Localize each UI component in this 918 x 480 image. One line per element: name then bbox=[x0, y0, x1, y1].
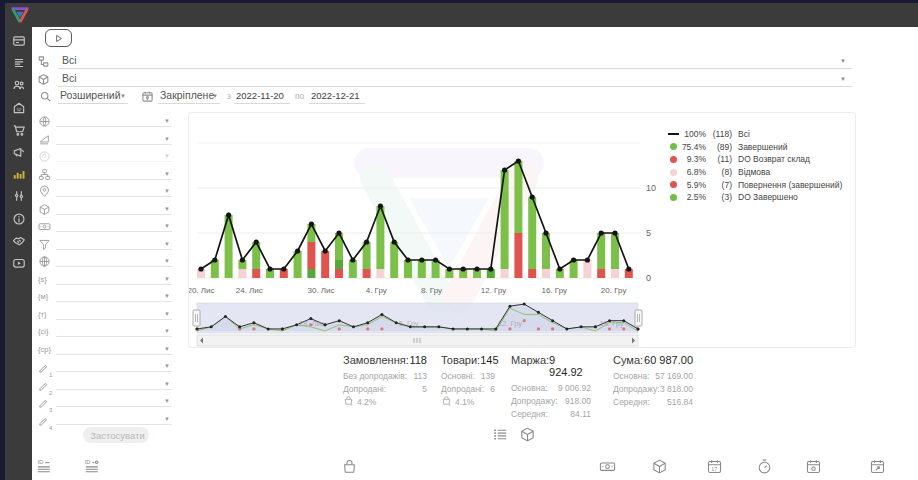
filter-row-pencil1[interactable]: 1▼ bbox=[36, 359, 176, 375]
total-line-marker[interactable] bbox=[626, 266, 631, 271]
filter-row-utm-t[interactable]: {т}▼ bbox=[36, 307, 176, 323]
filter-row-slope[interactable]: ▼ bbox=[36, 132, 176, 148]
total-line-marker[interactable] bbox=[226, 212, 231, 217]
search-mode-select[interactable]: Розширений ▼ bbox=[58, 88, 128, 104]
column-bag-icon[interactable] bbox=[341, 458, 358, 475]
total-line-marker[interactable] bbox=[323, 248, 328, 253]
filter-row-pencil4[interactable]: 4▼ bbox=[36, 412, 176, 428]
total-line-marker[interactable] bbox=[585, 257, 590, 262]
sidebar-item-analytics[interactable] bbox=[12, 167, 26, 181]
date-to-input[interactable]: 2022-12-21 bbox=[309, 88, 365, 104]
total-line-marker[interactable] bbox=[295, 248, 300, 253]
sidebar-item-announce[interactable] bbox=[12, 145, 26, 159]
total-line-marker[interactable] bbox=[474, 266, 479, 271]
sidebar-item-partners[interactable] bbox=[12, 234, 26, 248]
filter-row-pencil3[interactable]: 3▼ bbox=[36, 394, 176, 410]
sidebar-item-settings-sliders[interactable] bbox=[12, 189, 26, 203]
legend-item[interactable]: 75.4%(89)Завершений bbox=[667, 141, 842, 154]
bar-segment[interactable] bbox=[321, 251, 329, 278]
column-banknote-icon[interactable] bbox=[599, 458, 616, 475]
total-line-marker[interactable] bbox=[378, 203, 383, 208]
column-calendar-date-icon[interactable]: 17 bbox=[706, 458, 723, 475]
bar-segment[interactable] bbox=[252, 269, 260, 278]
app-logo-icon[interactable] bbox=[9, 4, 31, 26]
date-from-input[interactable]: 2022-11-20 bbox=[234, 88, 290, 104]
source-filter-select[interactable]: Всі ▼ bbox=[58, 52, 852, 69]
total-line-marker[interactable] bbox=[612, 230, 617, 235]
legend-item[interactable]: 5.9%(7)Повернення (завершений) bbox=[667, 178, 842, 191]
bar-segment[interactable] bbox=[514, 233, 522, 278]
total-line-marker[interactable] bbox=[530, 194, 535, 199]
filter-row-help[interactable]: ▼ bbox=[36, 149, 176, 165]
filter-row-utm-s[interactable]: {s}▼ bbox=[36, 272, 176, 288]
total-line-marker[interactable] bbox=[488, 266, 493, 271]
total-line-marker[interactable] bbox=[599, 230, 604, 235]
total-line-marker[interactable] bbox=[392, 239, 397, 244]
sidebar-item-store[interactable] bbox=[12, 101, 26, 115]
filter-row-globe[interactable]: ▼ bbox=[36, 254, 176, 270]
tutorial-video-button[interactable] bbox=[45, 29, 72, 47]
total-line-marker[interactable] bbox=[364, 239, 369, 244]
sidebar-item-customers[interactable] bbox=[12, 78, 26, 92]
total-line-marker[interactable] bbox=[516, 158, 521, 163]
filter-row-utm-cr[interactable]: {cр}▼ bbox=[36, 342, 176, 358]
bar-segment[interactable] bbox=[528, 269, 536, 278]
bar-segment[interactable] bbox=[335, 260, 343, 269]
navigator-left-handle[interactable] bbox=[193, 310, 200, 326]
bar-segment[interactable] bbox=[542, 269, 550, 278]
filter-row-world[interactable]: ▼ bbox=[36, 114, 176, 130]
sidebar-item-info[interactable] bbox=[12, 212, 26, 226]
total-line-marker[interactable] bbox=[336, 230, 341, 235]
bar-segment[interactable] bbox=[501, 269, 509, 278]
chart-scrollbar[interactable] bbox=[197, 335, 638, 346]
column-id-rows-icon[interactable]: ID bbox=[36, 458, 53, 475]
apply-filters-button[interactable]: Застосувати bbox=[83, 427, 149, 443]
column-calendar-export-icon[interactable] bbox=[869, 458, 886, 475]
filter-row-funnel[interactable]: ▼ bbox=[36, 237, 176, 253]
legend-item[interactable]: 100%(118)Всі bbox=[667, 128, 842, 141]
total-line-marker[interactable] bbox=[557, 266, 562, 271]
bar-segment[interactable] bbox=[376, 269, 384, 278]
toggle-products-view[interactable] bbox=[519, 426, 536, 443]
bar-segment[interactable] bbox=[418, 260, 426, 278]
bar-segment[interactable] bbox=[390, 242, 398, 278]
bar-segment[interactable] bbox=[363, 269, 371, 278]
sidebar-item-cart[interactable] bbox=[12, 123, 26, 137]
total-line-marker[interactable] bbox=[350, 257, 355, 262]
total-line-marker[interactable] bbox=[198, 266, 203, 271]
total-line-marker[interactable] bbox=[571, 257, 576, 262]
sidebar-item-orders-list[interactable] bbox=[12, 56, 26, 70]
total-line-marker[interactable] bbox=[405, 257, 410, 262]
total-line-marker[interactable] bbox=[254, 239, 259, 244]
sidebar-item-video[interactable] bbox=[12, 256, 26, 270]
bar-segment[interactable] bbox=[583, 260, 591, 278]
total-line-marker[interactable] bbox=[461, 266, 466, 271]
total-line-marker[interactable] bbox=[267, 266, 272, 271]
bar-segment[interactable] bbox=[514, 161, 522, 233]
column-box-icon[interactable] bbox=[651, 458, 668, 475]
total-line-marker[interactable] bbox=[433, 257, 438, 262]
legend-item[interactable]: 2.5%(3)DO Завершено bbox=[667, 191, 842, 204]
total-line-marker[interactable] bbox=[502, 167, 507, 172]
bar-segment[interactable] bbox=[238, 269, 246, 278]
period-mode-select[interactable]: Закріплене ▼ bbox=[158, 88, 220, 104]
total-line-marker[interactable] bbox=[281, 266, 286, 271]
bar-segment[interactable] bbox=[307, 269, 315, 278]
bar-segment[interactable] bbox=[611, 269, 619, 278]
bar-segment[interactable] bbox=[404, 260, 412, 278]
filter-row-box[interactable]: ▼ bbox=[36, 202, 176, 218]
total-line-marker[interactable] bbox=[212, 257, 217, 262]
bar-segment[interactable] bbox=[528, 197, 536, 269]
total-line-marker[interactable] bbox=[309, 221, 314, 226]
filter-row-sitemap[interactable]: ▼ bbox=[36, 167, 176, 183]
total-line-marker[interactable] bbox=[447, 266, 452, 271]
filter-row-utm-ci[interactable]: {cі}▼ bbox=[36, 324, 176, 340]
bar-segment[interactable] bbox=[597, 269, 605, 278]
toggle-list-view[interactable] bbox=[492, 426, 509, 443]
total-line-marker[interactable] bbox=[240, 257, 245, 262]
bar-segment[interactable] bbox=[349, 260, 357, 278]
total-line-marker[interactable] bbox=[543, 230, 548, 235]
filter-row-utm-m[interactable]: {м}▼ bbox=[36, 289, 176, 305]
filter-row-pencil2[interactable]: 2▼ bbox=[36, 377, 176, 393]
legend-item[interactable]: 9.3%(11)DO Возврат склад bbox=[667, 153, 842, 166]
